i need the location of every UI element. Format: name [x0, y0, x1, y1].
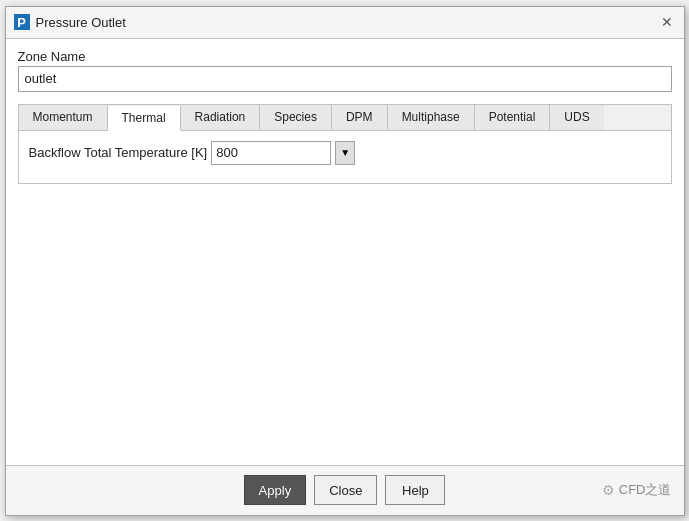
watermark: ⚙ CFD之道 [602, 481, 672, 499]
close-window-button[interactable]: ✕ [658, 13, 676, 31]
tab-radiation[interactable]: Radiation [181, 105, 261, 130]
zone-name-label: Zone Name [18, 49, 672, 64]
watermark-icon: ⚙ [602, 482, 615, 498]
tabs-container: Momentum Thermal Radiation Species DPM M… [18, 100, 672, 184]
title-bar-left: P Pressure Outlet [14, 14, 126, 30]
close-button[interactable]: Close [314, 475, 377, 505]
backflow-temperature-label: Backflow Total Temperature [K] [29, 145, 208, 160]
tab-multiphase[interactable]: Multiphase [388, 105, 475, 130]
tab-momentum[interactable]: Momentum [19, 105, 108, 130]
watermark-text: CFD之道 [619, 481, 672, 499]
content-spacer [18, 192, 672, 455]
window-icon: P [14, 14, 30, 30]
help-button[interactable]: Help [385, 475, 445, 505]
zone-name-section: Zone Name [18, 49, 672, 92]
backflow-temperature-input[interactable] [211, 141, 331, 165]
backflow-temperature-row: Backflow Total Temperature [K] ▼ [29, 141, 661, 165]
zone-name-input[interactable] [18, 66, 672, 92]
tab-content-thermal: Backflow Total Temperature [K] ▼ [18, 131, 672, 184]
tabs-bar: Momentum Thermal Radiation Species DPM M… [18, 104, 672, 131]
tab-potential[interactable]: Potential [475, 105, 551, 130]
apply-button[interactable]: Apply [244, 475, 307, 505]
tab-thermal[interactable]: Thermal [108, 106, 181, 131]
footer-buttons: Apply Close Help [244, 475, 446, 505]
title-bar: P Pressure Outlet ✕ [6, 7, 684, 39]
tab-uds[interactable]: UDS [550, 105, 603, 130]
pressure-outlet-dialog: P Pressure Outlet ✕ Zone Name Momentum T… [5, 6, 685, 516]
backflow-dropdown-button[interactable]: ▼ [335, 141, 355, 165]
window-title: Pressure Outlet [36, 15, 126, 30]
tab-species[interactable]: Species [260, 105, 332, 130]
tab-dpm[interactable]: DPM [332, 105, 388, 130]
dialog-footer: Apply Close Help ⚙ CFD之道 [6, 465, 684, 515]
dialog-content: Zone Name Momentum Thermal Radiation Spe… [6, 39, 684, 465]
